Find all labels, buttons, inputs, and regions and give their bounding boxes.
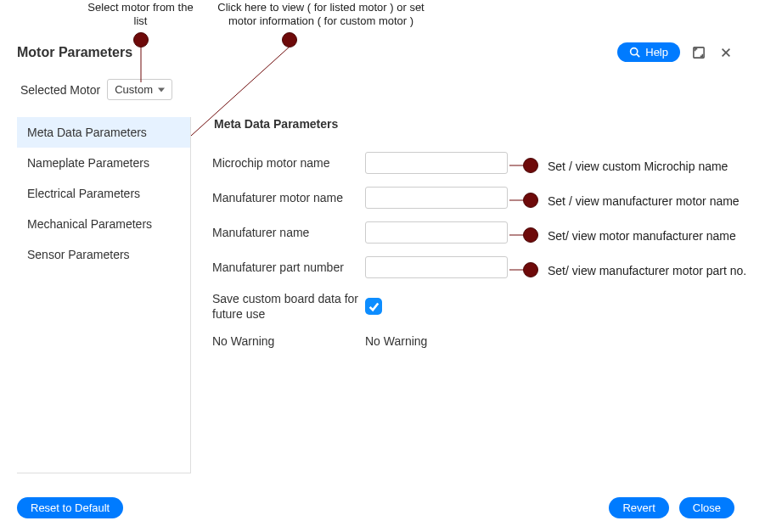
sidebar-item-label: Meta Data Parameters (27, 126, 147, 139)
help-label: Help (645, 46, 668, 59)
svg-point-0 (631, 48, 638, 55)
footer-right: Revert Close (609, 497, 734, 518)
annotation-right-4: Set/ view manufacturer motor part no. (548, 264, 746, 277)
sidebar-item-meta-data[interactable]: Meta Data Parameters (17, 117, 190, 148)
expand-button[interactable] (690, 44, 707, 61)
sidebar-item-label: Electrical Parameters (27, 187, 140, 200)
header-actions: Help (617, 42, 734, 62)
label-mfr-part: Manufaturer part number (212, 260, 365, 274)
sidebar-item-label: Sensor Parameters (27, 248, 130, 261)
annotation-select-motor: Select motor from the list (83, 1, 198, 27)
annotation-right-1: Set / view custom Microchip name (548, 160, 728, 173)
label-microchip-name: Microchip motor name (212, 156, 365, 170)
annotation-header: Select motor from the list Click here to… (0, 0, 765, 42)
callout-marker (523, 193, 538, 208)
no-warning-left: No Warning (212, 334, 365, 348)
sidebar-item-sensor[interactable]: Sensor Parameters (17, 239, 190, 270)
close-button[interactable]: Close (679, 497, 734, 518)
input-mfr-name[interactable] (365, 221, 508, 244)
close-dialog-button[interactable] (717, 44, 734, 61)
label-mfr-name: Manufaturer name (212, 226, 365, 239)
annotation-right-2: Set / view manufacturer motor name (548, 194, 740, 208)
dialog-footer: Reset to Default Revert Close (17, 497, 734, 518)
callout-marker (523, 262, 538, 277)
sidebar-item-mechanical[interactable]: Mechanical Parameters (17, 209, 190, 239)
label-save-custom: Save custom board data for future use (212, 291, 365, 322)
input-mfr-motor-name[interactable] (365, 187, 508, 209)
label-mfr-motor-name: Manufaturer motor name (212, 191, 365, 204)
selected-motor-value: Custom (115, 83, 153, 96)
svg-line-1 (637, 54, 639, 57)
sidebar-item-electrical[interactable]: Electrical Parameters (17, 178, 190, 209)
dialog-title: Motor Parameters (17, 45, 132, 60)
callout-marker (523, 227, 538, 243)
sidebar: Meta Data Parameters Nameplate Parameter… (17, 117, 191, 473)
selected-motor-dropdown[interactable]: Custom (107, 79, 172, 100)
sidebar-item-label: Nameplate Parameters (27, 156, 149, 170)
motor-parameters-dialog: Motor Parameters Help Selected Motor Cus… (17, 42, 734, 518)
content-heading: Meta Data Parameters (214, 117, 734, 131)
reset-button[interactable]: Reset to Default (17, 497, 123, 518)
sidebar-item-label: Mechanical Parameters (27, 217, 152, 231)
callout-marker (282, 32, 297, 48)
input-microchip-name[interactable] (365, 152, 508, 174)
no-warning-right: No Warning (365, 334, 427, 348)
callout-marker (523, 158, 538, 173)
search-icon (629, 47, 640, 58)
close-icon (720, 47, 732, 59)
row-save-custom: Save custom board data for future use (212, 291, 734, 322)
revert-button[interactable]: Revert (609, 497, 668, 518)
expand-icon (693, 47, 705, 59)
selected-motor-row: Selected Motor Custom (20, 79, 734, 100)
sidebar-item-nameplate[interactable]: Nameplate Parameters (17, 148, 190, 178)
dialog-header: Motor Parameters Help (17, 42, 734, 62)
annotation-right-3: Set/ view motor manufacturer name (548, 229, 736, 243)
callout-marker (133, 32, 149, 48)
checkbox-save-custom[interactable] (365, 298, 382, 315)
selected-motor-label: Selected Motor (20, 83, 100, 97)
help-button[interactable]: Help (617, 42, 680, 62)
input-mfr-part[interactable] (365, 256, 508, 278)
row-no-warning: No Warning No Warning (212, 334, 734, 348)
annotation-click-sidebar: Click here to view ( for listed motor ) … (202, 1, 440, 27)
check-icon (368, 300, 380, 312)
